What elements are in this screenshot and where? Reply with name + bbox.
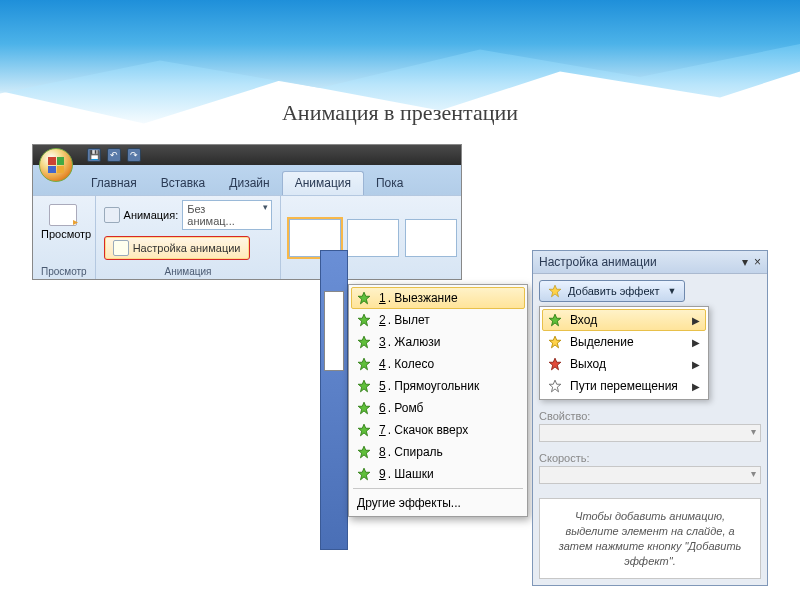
- ribbon-tabs: Главная Вставка Дизайн Анимация Пока: [33, 165, 461, 195]
- property-label: Свойство:: [539, 410, 761, 422]
- effect-item[interactable]: 7. Скачок вверх: [351, 419, 525, 441]
- custom-animation-icon: [113, 240, 129, 256]
- property-select[interactable]: [539, 424, 761, 442]
- star-icon: [548, 313, 562, 327]
- menu-separator: [353, 488, 523, 489]
- effect-label: 8. Спираль: [379, 445, 443, 459]
- custom-animation-pane: Настройка анимации ▾ × Добавить эффект ▼…: [532, 250, 768, 586]
- effect-label: 7. Скачок вверх: [379, 423, 468, 437]
- group-animation: Анимация: Без анимац... Настройка анимац…: [96, 196, 282, 279]
- undo-icon[interactable]: ↶: [107, 148, 121, 162]
- tab-design[interactable]: Дизайн: [217, 172, 281, 195]
- window-titlebar: 💾 ↶ ↷: [33, 145, 461, 165]
- effect-item[interactable]: 3. Жалюзи: [351, 331, 525, 353]
- effect-item[interactable]: 8. Спираль: [351, 441, 525, 463]
- chevron-right-icon: ▶: [692, 381, 700, 392]
- svg-marker-4: [358, 380, 370, 392]
- speed-row: Скорость:: [539, 452, 761, 484]
- hint-text: Чтобы добавить анимацию, выделите элемен…: [539, 498, 761, 579]
- group-animation-label: Анимация: [104, 264, 273, 277]
- star-icon: [548, 357, 562, 371]
- star-icon: [357, 467, 371, 481]
- pane-header: Настройка анимации ▾ ×: [533, 251, 767, 274]
- star-icon: [357, 313, 371, 327]
- category-label: Выход: [570, 357, 606, 371]
- add-effect-label: Добавить эффект: [568, 285, 659, 297]
- svg-marker-5: [358, 402, 370, 414]
- effect-item[interactable]: 2. Вылет: [351, 309, 525, 331]
- slide-thumbnail[interactable]: [324, 291, 344, 371]
- svg-marker-9: [549, 285, 561, 297]
- effect-label: 9. Шашки: [379, 467, 434, 481]
- svg-marker-7: [358, 446, 370, 458]
- redo-icon[interactable]: ↷: [127, 148, 141, 162]
- tab-home[interactable]: Главная: [79, 172, 149, 195]
- star-icon: [357, 401, 371, 415]
- effect-label: 5. Прямоугольник: [379, 379, 479, 393]
- category-label: Пути перемещения: [570, 379, 678, 393]
- effect-item[interactable]: 4. Колесо: [351, 353, 525, 375]
- pane-menu-icon[interactable]: ▾: [742, 255, 748, 269]
- group-preview-label: Просмотр: [41, 264, 87, 277]
- custom-animation-button[interactable]: Настройка анимации: [104, 236, 250, 260]
- preview-label: Просмотр: [41, 228, 85, 240]
- transition-thumb[interactable]: [405, 219, 457, 257]
- svg-marker-1: [358, 314, 370, 326]
- effect-item[interactable]: 1. Выезжание: [351, 287, 525, 309]
- more-effects-label: Другие эффекты...: [357, 496, 461, 510]
- ribbon-window: 💾 ↶ ↷ Главная Вставка Дизайн Анимация По…: [32, 144, 462, 280]
- office-button[interactable]: [39, 148, 73, 182]
- svg-marker-3: [358, 358, 370, 370]
- preview-button[interactable]: Просмотр: [41, 200, 85, 240]
- star-icon: [357, 379, 371, 393]
- effect-item[interactable]: 9. Шашки: [351, 463, 525, 485]
- ribbon-body: Просмотр Просмотр Анимация: Без анимац..…: [33, 195, 461, 279]
- tab-animation[interactable]: Анимация: [282, 171, 364, 195]
- animate-icon: [104, 207, 120, 223]
- svg-marker-8: [358, 468, 370, 480]
- svg-marker-13: [549, 380, 561, 392]
- star-icon: [548, 335, 562, 349]
- add-effect-button[interactable]: Добавить эффект ▼: [539, 280, 685, 302]
- effect-item[interactable]: 6. Ромб: [351, 397, 525, 419]
- chevron-right-icon: ▶: [692, 359, 700, 370]
- quick-access-toolbar: 💾 ↶ ↷: [87, 148, 141, 162]
- more-effects-item[interactable]: Другие эффекты...: [351, 492, 525, 514]
- svg-marker-0: [358, 292, 370, 304]
- star-icon: [548, 379, 562, 393]
- star-icon: [357, 357, 371, 371]
- star-icon: [357, 335, 371, 349]
- pane-close-icon[interactable]: ×: [754, 255, 761, 269]
- svg-marker-12: [549, 358, 561, 370]
- effect-item[interactable]: 5. Прямоугольник: [351, 375, 525, 397]
- property-row: Свойство:: [539, 410, 761, 442]
- svg-marker-2: [358, 336, 370, 348]
- tab-slideshow[interactable]: Пока: [364, 172, 416, 195]
- chevron-right-icon: ▶: [692, 337, 700, 348]
- effect-category-item[interactable]: Вход▶: [542, 309, 706, 331]
- star-icon: [548, 284, 562, 298]
- effect-category-item[interactable]: Выход▶: [542, 353, 706, 375]
- chevron-down-icon: ▼: [667, 286, 676, 296]
- save-icon[interactable]: 💾: [87, 148, 101, 162]
- animate-dropdown[interactable]: Без анимац...: [182, 200, 272, 230]
- effect-label: 2. Вылет: [379, 313, 430, 327]
- add-effect-menu: Вход▶Выделение▶Выход▶Пути перемещения▶: [539, 306, 709, 400]
- animate-field-label: Анимация:: [124, 209, 179, 221]
- transition-thumb[interactable]: [347, 219, 399, 257]
- effect-label: 6. Ромб: [379, 401, 424, 415]
- custom-animation-label: Настройка анимации: [133, 242, 241, 254]
- effect-label: 1. Выезжание: [379, 291, 458, 305]
- svg-marker-11: [549, 336, 561, 348]
- slide-pane-sliver: [320, 250, 348, 550]
- effect-label: 4. Колесо: [379, 357, 434, 371]
- svg-marker-6: [358, 424, 370, 436]
- tab-insert[interactable]: Вставка: [149, 172, 218, 195]
- speed-select[interactable]: [539, 466, 761, 484]
- group-preview: Просмотр Просмотр: [33, 196, 96, 279]
- pane-title: Настройка анимации: [539, 255, 657, 269]
- star-icon: [357, 291, 371, 305]
- effect-category-item[interactable]: Пути перемещения▶: [542, 375, 706, 397]
- svg-marker-10: [549, 314, 561, 326]
- effect-category-item[interactable]: Выделение▶: [542, 331, 706, 353]
